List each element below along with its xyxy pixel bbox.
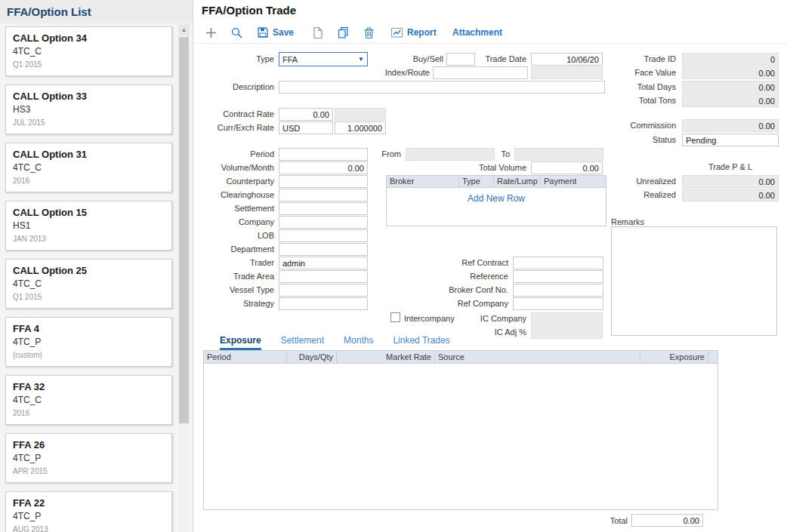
trade-card-title: CALL Option 15	[13, 207, 165, 218]
vessel-type-label: Vessel Type	[200, 285, 274, 294]
tab-months[interactable]: Months	[344, 335, 373, 350]
trade-card[interactable]: FFA 26 4TC_P APR 2015	[5, 433, 172, 483]
new-document-button[interactable]	[312, 24, 323, 41]
type-select-value: FFA	[279, 55, 355, 64]
copy-icon	[337, 26, 350, 39]
sidebar-scrollbar[interactable]: ▲	[178, 24, 190, 532]
remarks-textarea[interactable]	[611, 226, 777, 336]
add-button[interactable]	[205, 24, 218, 41]
search-button[interactable]	[230, 24, 243, 41]
trade-card-route: 4TC_C	[13, 395, 165, 405]
counterparty-label: Counterparty	[200, 177, 274, 186]
total-volume-label: Total Volume	[451, 163, 526, 172]
exch-rate-input[interactable]	[335, 121, 386, 134]
broker-col-type: Type	[459, 176, 494, 187]
search-icon	[230, 26, 243, 39]
period-input[interactable]	[279, 148, 368, 161]
trade-card[interactable]: FFA 4 4TC_P (custom)	[5, 317, 172, 367]
unrealized-field	[682, 175, 779, 188]
trade-pnl-title: Trade P & L	[677, 162, 783, 171]
trade-card-title: CALL Option 34	[13, 32, 165, 44]
exposure-table-header: Period Days/Qty Market Rate Source Expos…	[204, 351, 718, 364]
trade-area-input[interactable]	[279, 270, 368, 283]
intercompany-checkbox[interactable]	[390, 312, 400, 322]
trade-area-label: Trade Area	[200, 272, 274, 281]
settlement-label: Settlement	[200, 204, 274, 213]
tab-exposure[interactable]: Exposure	[220, 335, 261, 350]
vessel-type-input[interactable]	[279, 284, 368, 297]
copy-button[interactable]	[337, 24, 350, 41]
trade-card-route: 4TC_P	[13, 337, 165, 347]
description-input[interactable]	[279, 81, 605, 94]
settlement-input[interactable]	[279, 202, 368, 215]
exposure-col-period: Period	[204, 351, 287, 363]
attachment-button[interactable]: Attachment	[452, 24, 502, 41]
strategy-input[interactable]	[279, 297, 368, 310]
description-label: Description	[200, 82, 274, 91]
trader-input[interactable]	[279, 257, 368, 269]
trade-card[interactable]: CALL Option 34 4TC_C Q1 2015	[5, 26, 172, 76]
trade-date-label: Trade Date	[451, 54, 526, 63]
trade-card-title: FFA 4	[13, 323, 165, 334]
company-label: Company	[200, 217, 274, 226]
tab-settlement[interactable]: Settlement	[281, 335, 324, 350]
total-days-field	[682, 81, 779, 94]
exposure-table: Period Days/Qty Market Rate Source Expos…	[203, 350, 718, 510]
trade-card[interactable]: FFA 22 4TC_P AUG 2013	[5, 491, 172, 532]
ref-contract-label: Ref Contract	[433, 258, 508, 267]
ref-contract-input[interactable]	[513, 257, 603, 269]
report-button[interactable]: Report	[390, 24, 437, 41]
trade-date-input[interactable]	[531, 53, 603, 66]
volume-month-input[interactable]	[279, 161, 368, 174]
total-tons-field	[682, 94, 779, 107]
status-input[interactable]	[682, 134, 779, 146]
trade-card-route: HS1	[13, 220, 165, 231]
ic-company-field	[531, 312, 603, 325]
attachment-label: Attachment	[452, 27, 502, 38]
total-days-label: Total Days	[594, 82, 676, 91]
broker-conf-no-input[interactable]	[513, 284, 603, 297]
broker-col-payment: Payment	[541, 176, 601, 187]
curr-exch-rate-label: Curr/Exch Rate	[200, 123, 274, 132]
type-select[interactable]: FFA ▼	[279, 52, 368, 66]
trade-card[interactable]: CALL Option 33 HS3 JUL 2015	[5, 85, 172, 134]
trade-card[interactable]: CALL Option 15 HS1 JAN 2013	[5, 201, 172, 251]
lob-input[interactable]	[279, 229, 368, 242]
total-field	[631, 514, 703, 527]
counterparty-input[interactable]	[279, 175, 368, 188]
save-button[interactable]: Save	[257, 24, 294, 41]
company-input[interactable]	[279, 216, 368, 229]
reference-label: Reference	[433, 272, 508, 281]
delete-button[interactable]	[363, 24, 375, 41]
trade-card[interactable]: CALL Option 31 4TC_C 2016	[5, 143, 172, 192]
index-route-input[interactable]	[433, 66, 528, 79]
ref-company-input[interactable]	[513, 297, 603, 310]
reference-input[interactable]	[513, 270, 603, 283]
to-label: To	[495, 149, 510, 158]
trade-card[interactable]: FFA 32 4TC_C 2016	[5, 375, 172, 425]
tab-linked-trades[interactable]: Linked Trades	[393, 335, 449, 350]
document-icon	[312, 26, 323, 39]
ic-company-label: IC Company	[451, 314, 526, 323]
trade-card[interactable]: CALL Option 25 4TC_C Q1 2015	[5, 259, 172, 309]
trade-card-period: 2016	[13, 177, 165, 185]
clearinghouse-input[interactable]	[279, 189, 368, 201]
trade-card-period: Q1 2015	[13, 60, 165, 69]
broker-col-broker: Broker	[387, 176, 459, 187]
trade-card-period: 2016	[13, 409, 165, 417]
department-label: Department	[200, 244, 274, 254]
scrollbar-thumb[interactable]	[179, 37, 189, 423]
exposure-col-market-rate: Market Rate	[337, 351, 435, 363]
add-new-row-link[interactable]: Add New Row	[387, 193, 606, 204]
save-icon	[257, 26, 269, 38]
trade-detail-panel: FFA/Option Trade Save Report Attachment	[194, 0, 787, 532]
page-title: FFA/Option Trade	[202, 4, 296, 17]
broker-table-header: Broker Type Rate/Lump Payment	[387, 176, 606, 188]
currency-input[interactable]	[279, 121, 333, 134]
trade-card-title: FFA 22	[13, 497, 165, 509]
scroll-up-arrow-icon[interactable]: ▲	[178, 24, 190, 35]
exposure-col-source: Source	[435, 351, 640, 363]
ic-adj-label: IC Adj %	[451, 328, 526, 337]
contract-rate-input[interactable]	[279, 108, 333, 121]
department-input[interactable]	[279, 243, 368, 256]
